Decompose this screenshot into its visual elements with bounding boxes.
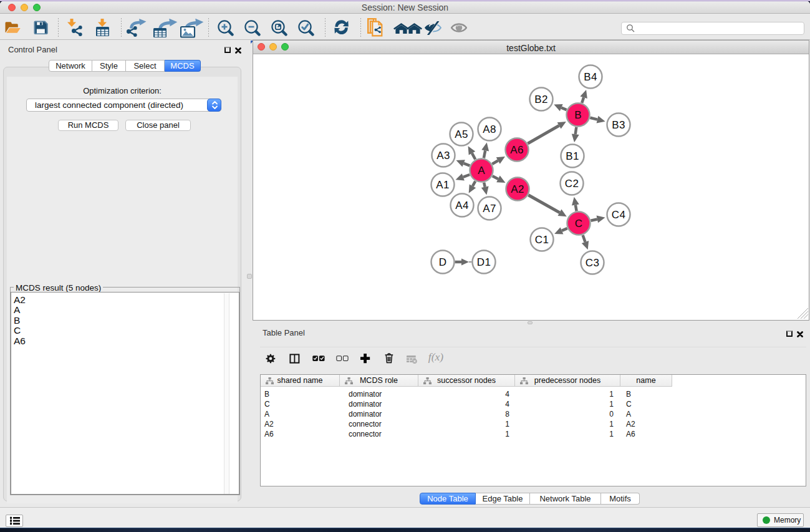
svg-text:D1: D1: [477, 256, 491, 268]
svg-text:B4: B4: [584, 71, 597, 83]
svg-text:C4: C4: [612, 209, 626, 221]
svg-text:B3: B3: [612, 119, 625, 131]
svg-text:A: A: [478, 165, 485, 177]
svg-text:A8: A8: [483, 123, 496, 135]
svg-text:A5: A5: [455, 128, 468, 140]
svg-text:A4: A4: [455, 200, 469, 211]
svg-text:C1: C1: [535, 234, 549, 246]
svg-text:A3: A3: [436, 150, 450, 162]
svg-text:A2: A2: [511, 183, 524, 195]
svg-text:D: D: [439, 256, 447, 268]
svg-text:A7: A7: [483, 203, 496, 215]
svg-text:C: C: [575, 218, 583, 230]
svg-text:B: B: [574, 109, 582, 121]
svg-text:B1: B1: [566, 150, 579, 162]
svg-text:C2: C2: [565, 178, 579, 190]
svg-text:A1: A1: [436, 179, 450, 191]
svg-text:C3: C3: [586, 257, 600, 269]
svg-text:f(x): f(x): [428, 351, 444, 363]
svg-text:A6: A6: [510, 144, 524, 156]
svg-text:B2: B2: [534, 94, 548, 105]
